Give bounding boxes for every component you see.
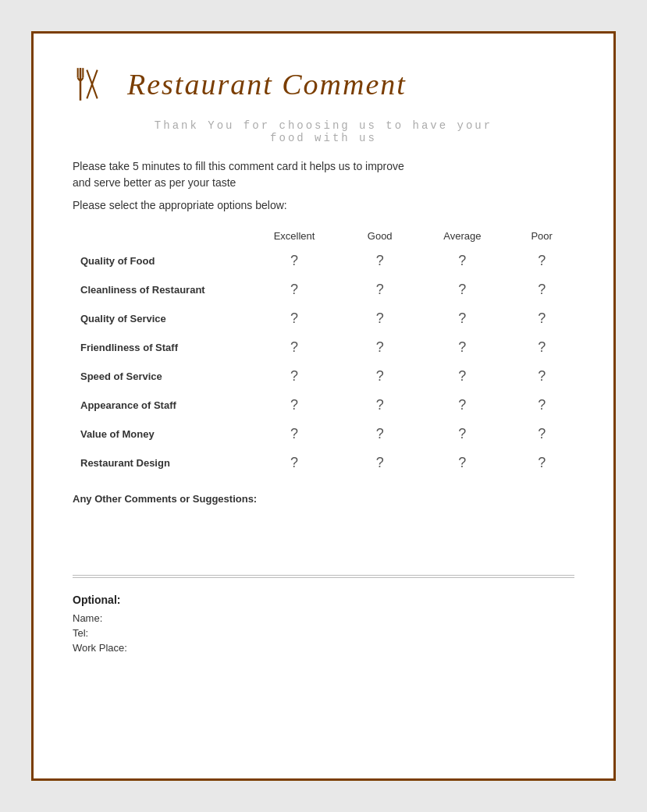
choice-good[interactable]: ?	[344, 391, 415, 420]
choice-average[interactable]: ?	[415, 362, 509, 391]
choice-poor[interactable]: ?	[509, 420, 574, 449]
table-row: Quality of Service????	[73, 304, 574, 333]
row-label: Quality of Service	[73, 304, 244, 333]
choice-average[interactable]: ?	[415, 304, 509, 333]
table-row: Speed of Service????	[73, 362, 574, 391]
workplace-field: Work Place:	[73, 642, 574, 654]
choice-average[interactable]: ?	[415, 391, 509, 420]
choice-excellent[interactable]: ?	[244, 449, 344, 477]
table-row: Value of Money????	[73, 420, 574, 449]
choice-good[interactable]: ?	[344, 333, 415, 362]
choice-good[interactable]: ?	[344, 304, 415, 333]
table-row: Quality of Food????	[73, 246, 574, 275]
choice-average[interactable]: ?	[415, 246, 509, 275]
choice-poor[interactable]: ?	[509, 391, 574, 420]
table-row: Restaurant Design????	[73, 449, 574, 477]
table-row: Appearance of Staff????	[73, 391, 574, 420]
row-label: Friendliness of Staff	[73, 333, 244, 362]
page-title: Restaurant Comment	[127, 67, 407, 101]
table-row: Cleanliness of Restaurant????	[73, 275, 574, 304]
choice-good[interactable]: ?	[344, 246, 415, 275]
choice-poor[interactable]: ?	[509, 362, 574, 391]
choice-excellent[interactable]: ?	[244, 275, 344, 304]
row-label: Speed of Service	[73, 362, 244, 391]
comments-section: Any Other Comments or Suggestions:	[73, 493, 574, 567]
choice-average[interactable]: ?	[415, 420, 509, 449]
row-label: Appearance of Staff	[73, 391, 244, 420]
utensils-icon	[73, 65, 112, 104]
optional-section: Optional: Name: Tel: Work Place:	[73, 594, 574, 654]
choice-excellent[interactable]: ?	[244, 420, 344, 449]
choice-poor[interactable]: ?	[509, 304, 574, 333]
choice-good[interactable]: ?	[344, 449, 415, 477]
row-label: Value of Money	[73, 420, 244, 449]
choice-good[interactable]: ?	[344, 275, 415, 304]
col-excellent: Excellent	[244, 225, 344, 246]
choice-excellent[interactable]: ?	[244, 304, 344, 333]
rating-table: Excellent Good Average Poor Quality of F…	[73, 225, 574, 477]
row-label: Quality of Food	[73, 246, 244, 275]
choice-excellent[interactable]: ?	[244, 246, 344, 275]
choice-average[interactable]: ?	[415, 449, 509, 477]
row-label: Restaurant Design	[73, 449, 244, 477]
row-label: Cleanliness of Restaurant	[73, 275, 244, 304]
choice-good[interactable]: ?	[344, 420, 415, 449]
choice-average[interactable]: ?	[415, 333, 509, 362]
header: Restaurant Comment	[73, 65, 574, 104]
choice-excellent[interactable]: ?	[244, 362, 344, 391]
col-average: Average	[415, 225, 509, 246]
choice-excellent[interactable]: ?	[244, 333, 344, 362]
choice-poor[interactable]: ?	[509, 333, 574, 362]
tel-field: Tel:	[73, 627, 574, 639]
table-row: Friendliness of Staff????	[73, 333, 574, 362]
choice-poor[interactable]: ?	[509, 275, 574, 304]
select-prompt: Please select the appropriate options be…	[73, 199, 574, 211]
choice-good[interactable]: ?	[344, 362, 415, 391]
optional-title: Optional:	[73, 594, 574, 606]
divider-2	[73, 577, 574, 578]
divider	[73, 575, 574, 576]
col-empty	[73, 225, 244, 246]
name-field: Name:	[73, 612, 574, 624]
thank-you-text: Thank You for choosing us to have your f…	[73, 119, 574, 144]
intro-text: Please take 5 minutes to fill this comme…	[73, 158, 574, 191]
comment-card: Restaurant Comment Thank You for choosin…	[31, 31, 616, 781]
choice-poor[interactable]: ?	[509, 449, 574, 477]
choice-excellent[interactable]: ?	[244, 391, 344, 420]
comments-label: Any Other Comments or Suggestions:	[73, 493, 574, 505]
comment-area	[73, 528, 574, 567]
choice-poor[interactable]: ?	[509, 246, 574, 275]
col-poor: Poor	[509, 225, 574, 246]
choice-average[interactable]: ?	[415, 275, 509, 304]
col-good: Good	[344, 225, 415, 246]
